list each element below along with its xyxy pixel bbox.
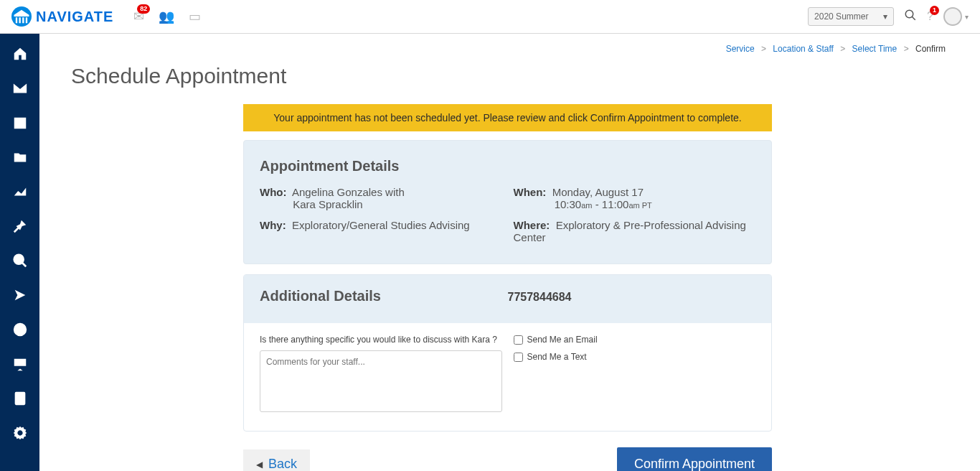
back-label: Back xyxy=(268,457,297,471)
nav-settings[interactable] xyxy=(11,424,29,442)
who-line2: Kara Spracklin xyxy=(293,198,363,210)
send-email-option[interactable]: Send Me an Email xyxy=(514,335,756,345)
avatar xyxy=(943,7,962,26)
nav-folder[interactable] xyxy=(11,148,29,167)
user-menu[interactable]: ▾ xyxy=(943,7,969,26)
details-when: When: Monday, August 17 10:30am - 11:00a… xyxy=(514,186,756,210)
nav-activity[interactable] xyxy=(11,320,29,339)
chevron-down-icon: ▾ xyxy=(965,13,969,21)
notification-options: Send Me an Email Send Me a Text xyxy=(514,335,756,415)
details-why: Why: Exploratory/General Studies Advisin… xyxy=(260,219,502,243)
svg-point-2 xyxy=(14,255,23,264)
back-button[interactable]: ◀ Back xyxy=(243,449,310,471)
when-ampm1: am xyxy=(581,201,592,210)
chevron-down-icon: ▾ xyxy=(883,11,887,22)
help-icon[interactable]: ? 1 xyxy=(927,10,933,23)
pager: ◀ Back Confirm Appointment xyxy=(243,442,772,471)
search-icon[interactable] xyxy=(904,9,917,24)
details-heading: Appointment Details xyxy=(260,158,755,174)
when-sep: - xyxy=(593,198,602,210)
send-email-checkbox[interactable] xyxy=(514,335,523,345)
who-label: Who: xyxy=(260,186,286,198)
when-label: When: xyxy=(514,186,547,198)
brand-text: NAVIGATE xyxy=(36,9,113,25)
comments-input[interactable] xyxy=(260,350,502,412)
window-icon[interactable]: ▭ xyxy=(189,9,201,24)
when-t2: 11:00 xyxy=(602,198,629,210)
additional-heading: Additional Details xyxy=(260,288,508,304)
nav-search[interactable] xyxy=(11,251,29,270)
breadcrumb-service[interactable]: Service xyxy=(726,44,755,54)
nav-messages[interactable] xyxy=(11,79,29,98)
topbar: NAVIGATE ✉ 82 👥 ▭ 2020 Summer ▾ ? 1 ▾ xyxy=(0,0,980,34)
nav-home[interactable] xyxy=(11,45,29,63)
breadcrumb: Service > Location & Staff > Select Time… xyxy=(71,44,948,54)
send-email-label: Send Me an Email xyxy=(527,335,598,345)
nav-pin[interactable] xyxy=(11,217,29,236)
additional-details-panel: Additional Details 7757844684 Is there a… xyxy=(243,274,772,432)
where-label: Where: xyxy=(514,219,550,231)
nav-calendar[interactable] xyxy=(11,113,29,132)
when-t1: 10:30 xyxy=(555,198,582,210)
details-where: Where: Exploratory & Pre-Professional Ad… xyxy=(514,219,756,243)
why-label: Why: xyxy=(260,219,286,231)
svg-point-0 xyxy=(905,10,913,18)
nav-campaigns[interactable] xyxy=(11,286,29,304)
nav-document[interactable] xyxy=(11,389,29,408)
when-tz: PT xyxy=(640,201,652,210)
confirm-appointment-button[interactable]: Confirm Appointment xyxy=(617,447,772,471)
help-badge: 1 xyxy=(930,6,939,15)
mail-icon[interactable]: ✉ 82 xyxy=(133,9,144,24)
who-line1: Angelina Gonzales with xyxy=(292,186,405,198)
brand-logo-icon xyxy=(11,6,32,27)
comments-question: Is there anything specific you would lik… xyxy=(260,335,502,345)
breadcrumb-current: Confirm xyxy=(915,44,946,54)
brand[interactable]: NAVIGATE xyxy=(11,6,113,27)
warning-alert: Your appointment has not been scheduled … xyxy=(243,104,772,131)
nav-presentation[interactable] xyxy=(11,355,29,373)
top-left-icons: ✉ 82 👥 ▭ xyxy=(133,9,201,24)
term-select[interactable]: 2020 Summer ▾ xyxy=(808,7,894,26)
phone-number: 7757844684 xyxy=(508,288,756,316)
svg-line-3 xyxy=(22,263,26,267)
why-value: Exploratory/General Studies Advising xyxy=(292,219,470,231)
send-text-label: Send Me a Text xyxy=(527,352,587,362)
breadcrumb-select-time[interactable]: Select Time xyxy=(852,44,897,54)
sidebar xyxy=(0,34,39,471)
svg-line-1 xyxy=(912,17,915,20)
breadcrumb-location-staff[interactable]: Location & Staff xyxy=(773,44,834,54)
comments-section: Is there anything specific you would lik… xyxy=(260,335,502,415)
send-text-option[interactable]: Send Me a Text xyxy=(514,352,756,362)
breadcrumb-sep: > xyxy=(904,44,909,54)
when-ampm2: am xyxy=(628,201,639,210)
details-who: Who: Angelina Gonzales with Kara Sprackl… xyxy=(260,186,502,210)
breadcrumb-sep: > xyxy=(761,44,766,54)
mail-badge: 82 xyxy=(137,4,150,14)
top-right: 2020 Summer ▾ ? 1 ▾ xyxy=(808,7,969,26)
appointment-details-panel: Appointment Details Who: Angelina Gonzal… xyxy=(243,140,772,264)
send-text-checkbox[interactable] xyxy=(514,353,523,362)
nav-analytics[interactable] xyxy=(11,182,29,201)
users-icon[interactable]: 👥 xyxy=(159,9,174,24)
back-triangle-icon: ◀ xyxy=(256,460,263,470)
breadcrumb-sep: > xyxy=(840,44,845,54)
when-date: Monday, August 17 xyxy=(552,186,644,198)
term-select-value: 2020 Summer xyxy=(814,11,868,22)
content-column: Your appointment has not been scheduled … xyxy=(243,104,772,471)
page-title: Schedule Appointment xyxy=(71,64,948,88)
main: Service > Location & Staff > Select Time… xyxy=(39,34,980,471)
